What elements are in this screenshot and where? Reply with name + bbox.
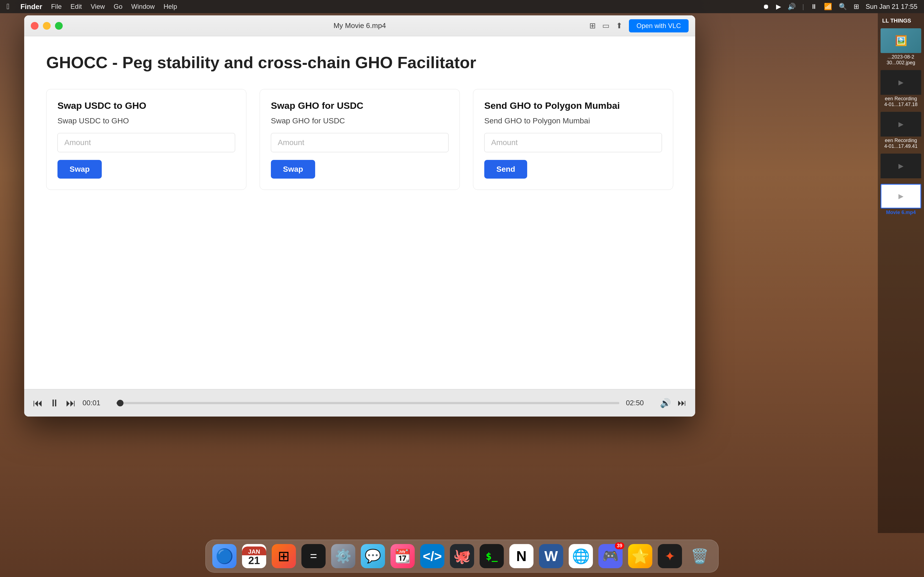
dock-discord[interactable]: 🎮 39 xyxy=(598,544,623,568)
wifi-icon[interactable]: 📶 xyxy=(824,3,832,10)
menubar-right: ⏺ ▶ 🔊 | ⏸ 📶 🔍 ⊞ Sun Jan 21 17:55 xyxy=(763,3,918,10)
video-controls-bar: ⏮ ⏸ ⏭ 00:01 02:50 🔊 ⏭ xyxy=(24,389,695,417)
window-controls xyxy=(31,22,63,30)
apple-menu-icon[interactable]:  xyxy=(6,2,9,11)
sidebar-thumb-photo[interactable]: 🖼️ ...2023-08-230...002.jpeg xyxy=(880,28,921,66)
menubar-file[interactable]: File xyxy=(51,3,62,10)
sidebar-thumb-recording2-label: een Recording4-01...17.49.41 xyxy=(880,138,921,149)
dock-vscode[interactable]: </> xyxy=(420,544,444,568)
search-icon[interactable]: 🔍 xyxy=(839,3,847,10)
control-center-icon[interactable]: ⊞ xyxy=(854,3,859,10)
separator: | xyxy=(803,3,804,10)
sidebar-thumb-movie6-label: Movie 6.mp4 xyxy=(880,210,921,215)
card-swap-gho-usdc-subtitle: Swap GHO for USDC xyxy=(271,116,449,125)
dock-system-preferences[interactable]: ⚙️ xyxy=(331,544,355,568)
card-send-gho-polygon: Send GHO to Polygon Mumbai Send GHO to P… xyxy=(473,89,673,190)
swap-gho-usdc-amount-input[interactable] xyxy=(271,133,449,152)
sidebar-thumb-recording1-image: ▶ xyxy=(880,70,921,95)
menubar-window[interactable]: Window xyxy=(131,3,155,10)
menubar-app-name[interactable]: Finder xyxy=(20,2,42,11)
card-send-gho-polygon-title: Send GHO to Polygon Mumbai xyxy=(484,100,662,111)
window-toolbar-right: ⊞ ▭ ⬆ Open with VLC xyxy=(589,19,688,32)
current-time-display: 00:01 xyxy=(82,399,110,407)
open-with-vlc-button[interactable]: Open with VLC xyxy=(629,19,688,32)
sidebar-thumb-recording3[interactable]: ▶ xyxy=(880,153,921,179)
media-icon[interactable]: ▶ xyxy=(776,3,781,10)
card-swap-usdc-to-gho: Swap USDC to GHO Swap USDC to GHO Swap xyxy=(46,89,246,190)
dock-terminal[interactable]: $_ xyxy=(480,544,504,568)
sidebar-thumb-recording1[interactable]: ▶ een Recording4-01...17.47.18 xyxy=(880,70,921,108)
dock-fantastical[interactable]: 📆 xyxy=(391,544,415,568)
rewind-button[interactable]: ⏮ xyxy=(33,397,43,409)
dock-reeder[interactable]: ⭐ xyxy=(628,544,652,568)
menubar-help[interactable]: Help xyxy=(164,3,177,10)
play-pause-button[interactable]: ⏸ xyxy=(50,397,60,409)
sidebar-thumb-photo-label: ...2023-08-230...002.jpeg xyxy=(880,54,921,66)
screen-record-icon[interactable]: ⏺ xyxy=(763,3,769,10)
dock-notion[interactable]: N xyxy=(509,544,533,568)
dock-word[interactable]: W xyxy=(539,544,563,568)
sidebar-thumb-recording2-image: ▶ xyxy=(880,112,921,137)
card-swap-usdc-gho-subtitle: Swap USDC to GHO xyxy=(58,116,235,125)
duration-display: 02:50 xyxy=(626,399,653,407)
maximize-button[interactable] xyxy=(55,22,63,30)
network-icon[interactable]: ⏸ xyxy=(811,3,817,10)
page-title: GHOCC - Peg stability and cross-chain GH… xyxy=(46,53,673,73)
sidebar-thumb-recording3-image: ▶ xyxy=(880,153,921,178)
menubar-time: Sun Jan 21 17:55 xyxy=(866,3,918,10)
dock-figma[interactable]: ✦ xyxy=(658,544,682,568)
dock-trash[interactable]: 🗑️ xyxy=(688,544,712,568)
card-swap-gho-for-usdc: Swap GHO for USDC Swap GHO for USDC Swap xyxy=(260,89,460,190)
sidebar-toggle-icon[interactable]: ▭ xyxy=(602,21,609,30)
swap-usdc-gho-amount-input[interactable] xyxy=(58,133,235,152)
sidebar-section-label: LL THINGS xyxy=(880,18,911,24)
fast-forward-button[interactable]: ⏭ xyxy=(66,397,76,409)
dock-launchpad[interactable]: ⊞ xyxy=(272,544,296,568)
dock-finder[interactable]: 🔵 xyxy=(212,544,236,568)
volume-icon[interactable]: 🔊 xyxy=(788,3,796,10)
card-send-gho-polygon-subtitle: Send GHO to Polygon Mumbai xyxy=(484,116,662,125)
discord-badge: 39 xyxy=(615,542,624,549)
menubar-go[interactable]: Go xyxy=(113,3,123,10)
menubar-view[interactable]: View xyxy=(91,3,105,10)
window-title: My Movie 6.mp4 xyxy=(334,21,386,30)
dock: 🔵 JAN 21 ⊞ = ⚙️ 💬 📆 </> 🐙 $_ N W 🌐 xyxy=(205,540,719,572)
swap-usdc-gho-button[interactable]: Swap xyxy=(58,160,102,179)
card-swap-gho-usdc-title: Swap GHO for USDC xyxy=(271,100,449,111)
sidebar-right: LL THINGS 🖼️ ...2023-08-230...002.jpeg ▶… xyxy=(878,13,924,533)
share-icon[interactable]: ⬆ xyxy=(616,21,622,30)
menubar:  Finder File Edit View Go Window Help ⏺… xyxy=(0,0,924,13)
dock-github[interactable]: 🐙 xyxy=(450,544,474,568)
sidebar-thumb-movie6-image: ▶ xyxy=(880,184,921,208)
progress-bar-thumb xyxy=(117,400,123,406)
sidebar-thumb-movie6[interactable]: ▶ Movie 6.mp4 xyxy=(880,184,921,215)
send-gho-polygon-button[interactable]: Send xyxy=(484,160,527,179)
dock-messages[interactable]: 💬 xyxy=(361,544,385,568)
card-swap-usdc-gho-title: Swap USDC to GHO xyxy=(58,100,235,111)
video-content: GHOCC - Peg stability and cross-chain GH… xyxy=(24,36,695,389)
dock-calendar[interactable]: JAN 21 xyxy=(242,544,266,568)
aspect-ratio-icon[interactable]: ⊞ xyxy=(589,21,596,30)
menubar-left:  Finder File Edit View Go Window Help xyxy=(6,2,177,11)
cards-grid: Swap USDC to GHO Swap USDC to GHO Swap S… xyxy=(46,89,673,190)
send-gho-polygon-amount-input[interactable] xyxy=(484,133,662,152)
sidebar-thumb-recording2[interactable]: ▶ een Recording4-01...17.49.41 xyxy=(880,112,921,149)
video-window: My Movie 6.mp4 ⊞ ▭ ⬆ Open with VLC GHOCC… xyxy=(24,15,695,417)
progress-bar[interactable] xyxy=(116,402,619,404)
dock-calculator[interactable]: = xyxy=(301,544,326,568)
sidebar-thumb-photo-image: 🖼️ xyxy=(880,28,921,53)
close-button[interactable] xyxy=(31,22,39,30)
window-titlebar: My Movie 6.mp4 ⊞ ▭ ⬆ Open with VLC xyxy=(24,15,695,36)
skip-forward-icon[interactable]: ⏭ xyxy=(678,398,687,408)
dock-chrome[interactable]: 🌐 xyxy=(569,544,593,568)
sidebar-thumb-recording1-label: een Recording4-01...17.47.18 xyxy=(880,96,921,108)
minimize-button[interactable] xyxy=(43,22,51,30)
menubar-edit[interactable]: Edit xyxy=(70,3,82,10)
swap-gho-usdc-button[interactable]: Swap xyxy=(271,160,315,179)
volume-control-icon[interactable]: 🔊 xyxy=(660,398,671,408)
